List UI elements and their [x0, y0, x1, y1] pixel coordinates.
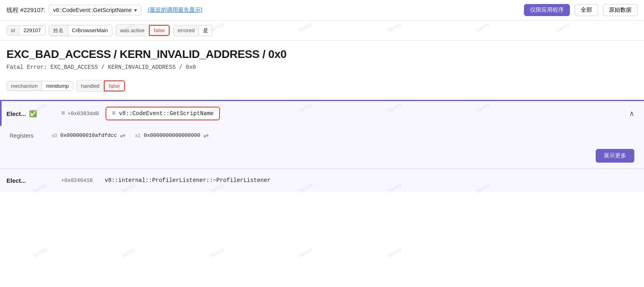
registers-section: Registers x0 0x000000010afdfdcc ⇌ x1 0x0… — [0, 126, 644, 145]
show-more-row: 展示更多 — [0, 145, 644, 168]
register-x0-value: 0x000000010afdfdcc — [60, 132, 117, 138]
tag-errored: errored是 — [173, 25, 213, 36]
stack-frame-2-header: Elect... +0x0246410 v8::internal::Profil… — [0, 169, 644, 192]
top-bar: 线程 #229107: v8::CodeEvent::GetScriptName… — [0, 0, 644, 21]
mechanism-tag-handled: handledfalse — [77, 80, 125, 92]
register-x0: x0 0x000000010afdfdcc ⇌ — [52, 132, 125, 139]
tag-value: 229107 — [19, 26, 45, 35]
stack-frame-1: Elect... ✅ ≡ +0x0383dd0 ≡ v8::CodeEvent:… — [0, 101, 644, 169]
frame-function-text-1: v8::CodeEvent::GetScriptName — [119, 110, 213, 117]
thread-label: 线程 #229107: — [6, 6, 46, 14]
mechanism-value: false — [104, 81, 124, 91]
chevron-down-icon: ▾ — [134, 7, 137, 13]
mechanism-key: mechanism — [7, 81, 42, 91]
stack-frame-1-header: Elect... ✅ ≡ +0x0383dd0 ≡ v8::CodeEvent:… — [0, 101, 644, 126]
error-title: EXC_BAD_ACCESS / KERN_INVALID_ADDRESS / … — [0, 41, 644, 63]
top-bar-right: 仅限应用程序 全部 原始数据 — [524, 4, 638, 16]
tag-value: false — [149, 25, 170, 36]
register-x0-name: x0 — [52, 132, 57, 138]
frame-name-text-1: Elect... — [6, 110, 26, 117]
tag-id: id229107 — [6, 25, 46, 35]
stack-frame-2: Elect... +0x0246410 v8::internal::Profil… — [0, 169, 644, 192]
register-x1-value: 0x0000000000000000 — [144, 132, 200, 138]
tag-value: 是 — [199, 25, 212, 36]
tag-was-active: was activefalse — [116, 25, 170, 36]
check-icon: ✅ — [29, 110, 37, 118]
settings-icon-x0[interactable]: ⇌ — [120, 132, 125, 139]
frame-offset-text-1: +0x0383dd0 — [68, 111, 99, 117]
frame-function-2: v8::internal::ProfilerListener::~Profile… — [99, 175, 276, 186]
raw-data-button[interactable]: 原始数据 — [603, 4, 638, 16]
register-x1: x1 0x0000000000000000 ⇌ — [135, 132, 209, 139]
frame-name-2: Elect... — [6, 177, 55, 184]
mechanism-value: minidump — [42, 81, 72, 91]
thread-selector[interactable]: v8::CodeEvent::GetScriptName ▾ — [49, 5, 141, 15]
frame-indicator — [0, 101, 2, 126]
frame-offset-1: ≡ +0x0383dd0 — [61, 110, 99, 117]
tag-key: was active — [116, 26, 149, 35]
frame-offset-text-2: +0x0246410 — [61, 178, 93, 184]
tag-row: id229107姓名CrBrowserMainwas activefalseer… — [0, 21, 644, 41]
frame-function-highlighted: ≡ v8::CodeEvent::GetScriptName — [106, 107, 220, 120]
top-bar-left: 线程 #229107: v8::CodeEvent::GetScriptName… — [6, 5, 202, 15]
registers-row: Registers x0 0x000000010afdfdcc ⇌ x1 0x0… — [10, 132, 634, 139]
thread-function: v8::CodeEvent::GetScriptName — [53, 7, 132, 13]
frame-name-text-2: Elect... — [6, 177, 26, 184]
tag-key: errored — [174, 26, 199, 35]
all-button[interactable]: 全部 — [575, 4, 598, 16]
register-x1-name: x1 — [135, 132, 141, 138]
registers-label: Registers — [10, 132, 42, 139]
settings-icon-x1[interactable]: ⇌ — [203, 132, 209, 139]
mechanism-key: handled — [77, 81, 104, 91]
error-subtitle: Fatal Error: EXC_BAD_ACCESS / KERN_INVAL… — [0, 63, 644, 76]
recent-calls-link[interactable]: (最近的调用最先显示) — [148, 6, 202, 14]
list-icon-func-1: ≡ — [112, 110, 116, 117]
tag-key: id — [7, 26, 19, 35]
mechanism-row: mechanismminidumphandledfalse — [0, 76, 644, 98]
show-more-button[interactable]: 展示更多 — [596, 149, 634, 163]
mechanism-tag-mechanism: mechanismminidump — [6, 81, 73, 91]
app-only-button[interactable]: 仅限应用程序 — [524, 4, 570, 16]
frame-name-1: Elect... ✅ — [6, 110, 55, 118]
tag-key: 姓名 — [49, 25, 68, 36]
frame-offset-2: +0x0246410 — [61, 178, 93, 184]
tag-value: CrBrowserMain — [68, 26, 112, 35]
stack-section: Elect... ✅ ≡ +0x0383dd0 ≡ v8::CodeEvent:… — [0, 100, 644, 192]
frame-function-text-2: v8::internal::ProfilerListener::~Profile… — [105, 177, 271, 184]
collapse-button-1[interactable]: ∧ — [626, 107, 638, 120]
list-icon-1: ≡ — [61, 110, 65, 117]
tag-姓名: 姓名CrBrowserMain — [49, 25, 113, 36]
